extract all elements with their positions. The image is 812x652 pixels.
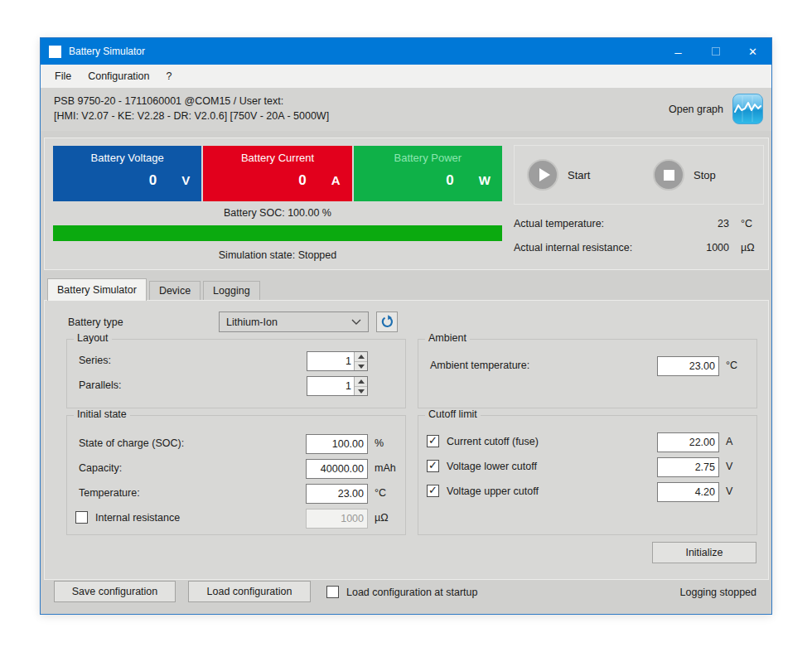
temperature-unit: °C: [375, 487, 386, 499]
ambient-group: Ambient Ambient temperature: °C: [418, 339, 757, 408]
capacity-unit: mAh: [375, 462, 396, 474]
ambient-temperature-label: Ambient temperature:: [430, 360, 529, 371]
current-cutoff-checkbox[interactable]: [427, 435, 439, 447]
actual-resistance-label: Actual internal resistance:: [514, 242, 706, 254]
battery-type-dropdown[interactable]: Lithium-Ion: [219, 312, 369, 332]
soc-label: State of charge (SOC):: [79, 437, 184, 449]
stop-label: Stop: [694, 169, 716, 181]
battery-voltage-meter: Battery Voltage 0 V: [53, 146, 201, 201]
voltage-upper-cutoff-checkbox[interactable]: [427, 485, 439, 497]
tab-logging[interactable]: Logging: [203, 281, 260, 301]
series-spin-down[interactable]: [355, 362, 367, 371]
initialize-button[interactable]: Initialize: [652, 542, 756, 563]
ambient-temperature-input[interactable]: [657, 356, 719, 376]
close-button[interactable]: ✕: [734, 38, 771, 65]
app-icon: [49, 46, 61, 58]
logging-status-label: Logging stopped: [680, 587, 756, 598]
battery-power-meter: Battery Power 0 W: [354, 146, 502, 201]
cutoff-limit-group: Cutoff limit Current cutoff (fuse) A Vol…: [418, 415, 757, 535]
series-spin-up[interactable]: [355, 352, 367, 362]
load-configuration-button[interactable]: Load configuration: [188, 581, 311, 602]
tab-device[interactable]: Device: [149, 281, 201, 301]
series-label: Series:: [79, 355, 111, 366]
capacity-label: Capacity:: [79, 462, 122, 474]
parallels-input[interactable]: [307, 377, 354, 395]
temperature-input[interactable]: [306, 484, 368, 504]
window-title: Battery Simulator: [69, 46, 660, 57]
battery-current-value: 0: [298, 172, 306, 189]
load-configuration-at-startup-label: Load configuration at startup: [346, 586, 477, 599]
internal-resistance-input: [306, 509, 368, 529]
graph-icon[interactable]: [732, 94, 763, 124]
soc-unit: %: [375, 437, 384, 449]
capacity-input[interactable]: [306, 459, 368, 479]
menu-file[interactable]: File: [46, 66, 80, 86]
start-label: Start: [568, 169, 590, 181]
tab-battery-simulator[interactable]: Battery Simulator: [47, 278, 147, 301]
battery-voltage-unit: V: [181, 173, 190, 187]
save-configuration-button[interactable]: Save configuration: [54, 581, 176, 602]
battery-power-unit: W: [479, 173, 491, 187]
current-cutoff-label: Current cutoff (fuse): [447, 436, 539, 447]
series-input[interactable]: [307, 352, 354, 370]
battery-type-value: Lithium-Ion: [226, 316, 351, 328]
layout-group-title: Layout: [74, 332, 112, 344]
refresh-icon: [380, 315, 394, 329]
ambient-temperature-unit: °C: [726, 360, 737, 371]
battery-type-label: Battery type: [68, 316, 123, 328]
stop-button[interactable]: Stop: [653, 159, 716, 191]
parallels-spin-up[interactable]: [355, 377, 367, 387]
actual-resistance-unit: µΩ: [741, 242, 764, 254]
play-icon: [527, 159, 558, 191]
voltage-lower-cutoff-input[interactable]: [657, 457, 719, 477]
voltage-lower-cutoff-checkbox[interactable]: [427, 460, 439, 472]
series-stepper: [307, 351, 368, 371]
transport-box: Start Stop: [514, 145, 764, 205]
minimize-button[interactable]: –: [660, 38, 697, 65]
status-panel: Battery Voltage 0 V Battery Current 0 A …: [44, 138, 769, 270]
battery-power-label: Battery Power: [354, 152, 502, 164]
actual-resistance-value: 1000: [706, 242, 729, 254]
voltage-upper-cutoff-label: Voltage upper cutoff: [447, 485, 539, 497]
parallels-spin-down[interactable]: [355, 387, 367, 396]
soc-progress-fill: [53, 225, 502, 241]
app-window: Battery Simulator – ✕ File Configuration…: [40, 37, 772, 615]
title-bar: Battery Simulator – ✕: [41, 38, 771, 65]
menu-configuration[interactable]: Configuration: [80, 66, 157, 86]
battery-power-value: 0: [446, 172, 453, 189]
menu-help[interactable]: ?: [158, 66, 181, 86]
initial-state-group: Initial state State of charge (SOC): % C…: [66, 415, 406, 535]
cutoff-limit-group-title: Cutoff limit: [425, 408, 481, 420]
initial-state-group-title: Initial state: [74, 408, 130, 420]
battery-simulator-tab-page: Battery type Lithium-Ion Layout Series:: [44, 300, 769, 580]
soc-input[interactable]: [306, 434, 368, 454]
voltage-upper-cutoff-input[interactable]: [657, 482, 719, 502]
open-graph-button[interactable]: Open graph: [669, 94, 763, 124]
current-cutoff-input[interactable]: [657, 432, 719, 452]
parallels-stepper: [307, 376, 368, 396]
temperature-label: Temperature:: [79, 487, 140, 499]
voltage-upper-cutoff-unit: V: [726, 485, 732, 497]
start-button[interactable]: Start: [527, 159, 590, 191]
refresh-battery-type-button[interactable]: [376, 312, 398, 332]
internal-resistance-unit: µΩ: [375, 512, 389, 524]
device-info-bar: PSB 9750-20 - 1711060001 @COM15 / User t…: [41, 88, 771, 131]
maximize-button: [697, 38, 734, 65]
battery-current-unit: A: [331, 173, 341, 187]
layout-group: Layout Series: Parallels:: [66, 339, 406, 408]
battery-voltage-label: Battery Voltage: [53, 152, 201, 164]
battery-voltage-value: 0: [149, 172, 157, 189]
battery-current-label: Battery Current: [203, 152, 351, 164]
internal-resistance-label: Internal resistance: [95, 512, 180, 524]
maximize-icon: [712, 47, 720, 56]
actual-resistance-row: Actual internal resistance: 1000 µΩ: [514, 242, 764, 254]
chevron-down-icon: [351, 319, 361, 326]
internal-resistance-checkbox[interactable]: [75, 511, 88, 524]
load-configuration-at-startup-checkbox[interactable]: [326, 586, 339, 598]
simulation-state-label: Simulation state: Stopped: [53, 249, 502, 261]
open-graph-label: Open graph: [669, 102, 723, 117]
device-info-line2: [HMI: V2.07 - KE: V2.28 - DR: V2.0.6] [7…: [54, 109, 771, 123]
startup-checkbox-row: Load configuration at startup: [326, 586, 477, 599]
menu-bar: File Configuration ?: [41, 65, 771, 88]
stop-icon: [653, 159, 684, 191]
